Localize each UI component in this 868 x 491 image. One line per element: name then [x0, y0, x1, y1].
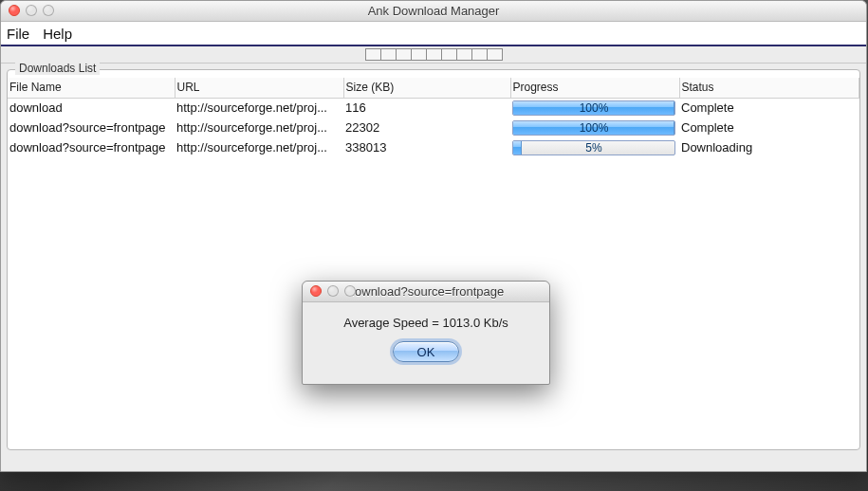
menubar: File Help [1, 22, 866, 46]
tool-slot[interactable] [426, 48, 442, 61]
progress-bar: 100% [512, 120, 675, 136]
cell-status: Downloading [679, 137, 859, 157]
cell-status: Complete [679, 118, 859, 137]
minimize-icon[interactable] [327, 285, 339, 297]
downloads-table: File Name URL Size (KB) Progress Status … [8, 78, 859, 157]
cell-progress: 5% [510, 137, 679, 157]
tool-slot[interactable] [441, 48, 457, 61]
cell-progress: 100% [510, 118, 679, 137]
col-header-url[interactable]: URL [175, 78, 343, 98]
close-icon[interactable] [310, 285, 322, 297]
close-icon[interactable] [9, 5, 20, 16]
progress-bar: 5% [512, 140, 675, 155]
cell-file: download [8, 98, 175, 118]
col-header-file[interactable]: File Name [8, 78, 175, 98]
progress-label: 5% [513, 141, 674, 155]
window-title: Ank Download Manager [1, 4, 866, 18]
menu-file[interactable]: File [7, 26, 29, 42]
tool-slot[interactable] [380, 48, 397, 61]
table-row[interactable]: downloadhttp://sourceforge.net/proj...11… [8, 98, 859, 118]
tool-slot[interactable] [396, 48, 412, 61]
group-label: Downloads List [15, 62, 100, 75]
main-window: Ank Download Manager File Help Downloads… [0, 0, 867, 472]
tool-slot[interactable] [365, 48, 381, 61]
dialog-titlebar[interactable]: download?source=frontpage [303, 282, 549, 302]
cell-url: http://sourceforge.net/proj... [175, 98, 343, 118]
tool-slot[interactable] [456, 48, 472, 61]
col-header-size[interactable]: Size (KB) [343, 78, 510, 98]
cell-size: 116 [343, 98, 510, 118]
cell-url: http://sourceforge.net/proj... [175, 137, 343, 157]
ok-button[interactable]: OK [393, 341, 459, 362]
table-row[interactable]: download?source=frontpagehttp://sourcefo… [8, 118, 859, 137]
zoom-icon[interactable] [43, 5, 54, 16]
progress-label: 100% [513, 121, 674, 135]
col-header-progress[interactable]: Progress [510, 78, 679, 98]
tool-slot[interactable] [487, 48, 503, 61]
menu-help[interactable]: Help [43, 26, 72, 42]
downloads-group: Downloads List File Name URL Size (KB) P… [7, 69, 860, 450]
cell-size: 22302 [343, 118, 510, 137]
progress-bar: 100% [512, 100, 675, 116]
minimize-icon[interactable] [26, 5, 37, 16]
titlebar[interactable]: Ank Download Manager [1, 1, 866, 22]
tool-slot[interactable] [411, 48, 427, 61]
cell-size: 338013 [343, 137, 510, 157]
toolbar-buttons [365, 48, 503, 61]
cell-progress: 100% [510, 98, 679, 118]
zoom-icon[interactable] [344, 285, 356, 297]
tool-slot[interactable] [471, 48, 488, 61]
dialog-message: Average Speed = 1013.0 Kb/s [303, 302, 549, 336]
speed-dialog: download?source=frontpage Average Speed … [302, 281, 550, 385]
table-header-row: File Name URL Size (KB) Progress Status [8, 78, 859, 98]
cell-url: http://sourceforge.net/proj... [175, 118, 343, 137]
progress-label: 100% [513, 101, 674, 115]
table-row[interactable]: download?source=frontpagehttp://sourcefo… [8, 137, 859, 157]
cell-status: Complete [679, 98, 859, 118]
cell-file: download?source=frontpage [8, 118, 175, 137]
cell-file: download?source=frontpage [8, 137, 175, 157]
col-header-status[interactable]: Status [679, 78, 859, 98]
toolbar [1, 46, 866, 64]
